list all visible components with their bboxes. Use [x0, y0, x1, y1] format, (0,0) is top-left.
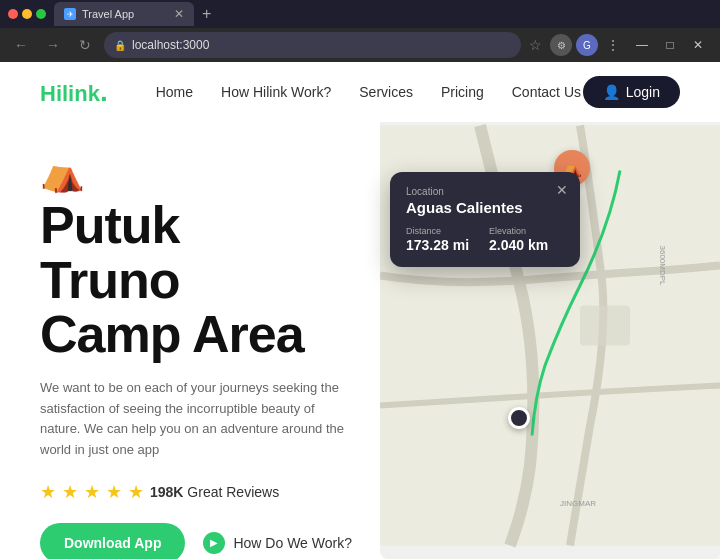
- logo: Hilink.: [40, 76, 108, 108]
- url-text: localhost:3000: [132, 38, 209, 52]
- reviews-count: 198K Great Reviews: [150, 484, 279, 500]
- minimize-traffic-light[interactable]: [22, 9, 32, 19]
- window-controls: — □ ✕: [628, 31, 712, 59]
- extension-icons: ⚙ G: [550, 34, 598, 56]
- login-user-icon: 👤: [603, 84, 620, 100]
- maximize-traffic-light[interactable]: [36, 9, 46, 19]
- nav-links: Home How Hilink Work? Services Pricing C…: [156, 84, 583, 100]
- location-label: Location: [406, 186, 564, 197]
- nav-contact[interactable]: Contact Us: [512, 84, 581, 100]
- profile-icon[interactable]: G: [576, 34, 598, 56]
- location-name: Aguas Calientes: [406, 199, 564, 216]
- tab-favicon: ✈: [64, 8, 76, 20]
- how-label: How Do We Work?: [233, 535, 352, 551]
- logo-dot: .: [100, 76, 108, 107]
- distance-value: 173.28 mi: [406, 237, 469, 253]
- browser-chrome: ✈ Travel App ✕ + ← → ↻ 🔒 localhost:3000 …: [0, 0, 720, 62]
- new-tab-button[interactable]: +: [198, 5, 215, 23]
- bottom-marker: [508, 407, 530, 429]
- hero-title-line2: Truno: [40, 251, 179, 309]
- address-bar[interactable]: 🔒 localhost:3000: [104, 32, 521, 58]
- download-button[interactable]: Download App: [40, 523, 185, 559]
- tab-bar: ✈ Travel App ✕ +: [0, 0, 720, 28]
- win-close-button[interactable]: ✕: [684, 31, 712, 59]
- logo-highlight: link: [62, 81, 100, 106]
- nav-services[interactable]: Services: [359, 84, 413, 100]
- hero-title-line1: Putuk: [40, 196, 179, 254]
- svg-rect-2: [580, 306, 630, 346]
- stars-row: ★ ★ ★ ★ ★ 198K Great Reviews: [40, 481, 400, 503]
- card-close-icon[interactable]: ✕: [556, 182, 568, 198]
- tent-emoji: ⛺: [40, 152, 400, 194]
- bookmark-icon[interactable]: ☆: [527, 37, 544, 53]
- svg-text:3600MDPL: 3600MDPL: [658, 246, 667, 287]
- refresh-button[interactable]: ↻: [72, 32, 98, 58]
- how-circle-icon: ▶: [203, 532, 225, 554]
- star-3: ★: [84, 481, 100, 503]
- hero-left: ⛺ Putuk Truno Camp Area We want to be on…: [40, 142, 400, 539]
- location-card: ✕ Location Aguas Calientes Distance 173.…: [390, 172, 580, 267]
- hero-title: Putuk Truno Camp Area: [40, 198, 400, 362]
- dark-marker-icon: [508, 407, 530, 429]
- login-button[interactable]: 👤 Login: [583, 76, 680, 108]
- navbar: Hilink. Home How Hilink Work? Services P…: [0, 62, 720, 122]
- card-stats: Distance 173.28 mi Elevation 2.040 km: [406, 226, 564, 253]
- distance-label: Distance: [406, 226, 469, 236]
- nav-pricing[interactable]: Pricing: [441, 84, 484, 100]
- forward-button[interactable]: →: [40, 32, 66, 58]
- tab-close-icon[interactable]: ✕: [174, 7, 184, 21]
- distance-stat: Distance 173.28 mi: [406, 226, 469, 253]
- close-traffic-light[interactable]: [8, 9, 18, 19]
- cta-row: Download App ▶ How Do We Work?: [40, 523, 400, 559]
- elevation-value: 2.040 km: [489, 237, 548, 253]
- nav-home[interactable]: Home: [156, 84, 193, 100]
- svg-text:JINGMAR: JINGMAR: [560, 499, 596, 508]
- hero-title-line3: Camp Area: [40, 305, 304, 363]
- star-4: ★: [106, 481, 122, 503]
- star-2: ★: [62, 481, 78, 503]
- page-content: Hilink. Home How Hilink Work? Services P…: [0, 62, 720, 559]
- extension-icon-1[interactable]: ⚙: [550, 34, 572, 56]
- browser-controls: ← → ↻ 🔒 localhost:3000 ☆ ⚙ G ⋮ — □ ✕: [0, 28, 720, 62]
- elevation-stat: Elevation 2.040 km: [489, 226, 548, 253]
- logo-text: Hi: [40, 81, 62, 106]
- win-maximize-button[interactable]: □: [656, 31, 684, 59]
- win-minimize-button[interactable]: —: [628, 31, 656, 59]
- back-button[interactable]: ←: [8, 32, 34, 58]
- login-label: Login: [626, 84, 660, 100]
- hero-section: ⛺ Putuk Truno Camp Area We want to be on…: [0, 122, 720, 559]
- browser-menu-icon[interactable]: ⋮: [604, 37, 622, 53]
- star-5: ★: [128, 481, 144, 503]
- nav-how[interactable]: How Hilink Work?: [221, 84, 331, 100]
- hero-description: We want to be on each of your journeys s…: [40, 378, 350, 461]
- elevation-label: Elevation: [489, 226, 548, 236]
- lock-icon: 🔒: [114, 40, 126, 51]
- star-1: ★: [40, 481, 56, 503]
- traffic-lights: [8, 9, 46, 19]
- active-tab[interactable]: ✈ Travel App ✕: [54, 2, 194, 26]
- tab-title: Travel App: [82, 8, 134, 20]
- hero-right: 3600MDPL JINGMAR ⛺ ✕ Location Aguas Cali…: [400, 142, 680, 539]
- how-link[interactable]: ▶ How Do We Work?: [203, 532, 352, 554]
